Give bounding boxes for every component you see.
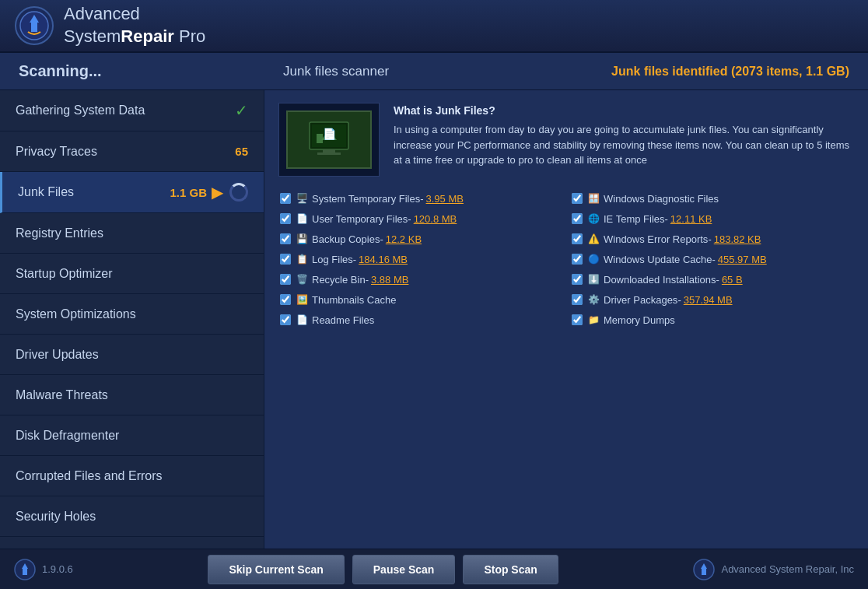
file-type-icon: 🌐 — [587, 212, 600, 225]
sidebar-item-driver[interactable]: Driver Updates — [0, 335, 264, 375]
sidebar-item-value-junk: 1.1 GB — [170, 186, 207, 199]
file-row: ⚠️Windows Error Reports - 183.82 KB — [570, 230, 854, 248]
file-size-label: 3.88 MB — [371, 274, 408, 286]
bottom-bar: 1.9.0.6 Skip Current Scan Pause Scan Sto… — [0, 549, 868, 589]
file-type-icon: 🔵 — [587, 253, 600, 265]
file-row: 💾Backup Copies - 12.2 KB — [278, 230, 562, 248]
sidebar-item-security[interactable]: Security Holes — [0, 496, 264, 537]
file-row: 🔵Windows Update Cache - 455.97 MB — [570, 250, 854, 268]
footer-right: Advanced System Repair, Inc — [693, 559, 854, 580]
file-name-label: Backup Copies — [312, 233, 380, 245]
file-name-label: IE Temp Files — [604, 213, 665, 225]
file-checkbox[interactable] — [280, 314, 291, 325]
file-type-icon: ⚙️ — [587, 293, 600, 306]
top-bar: Scanning... Junk files scanner Junk file… — [0, 53, 868, 90]
file-size-label: 357.94 MB — [684, 294, 733, 306]
main-layout: Gathering System Data✓Privacy Traces65Ju… — [0, 90, 868, 549]
file-checkbox[interactable] — [572, 233, 583, 244]
file-size-label: 12.2 KB — [386, 233, 422, 245]
svg-rect-9 — [317, 153, 341, 155]
sidebar-item-privacy[interactable]: Privacy Traces65 — [0, 131, 264, 172]
file-checkbox[interactable] — [280, 294, 291, 305]
sidebar-check-icon: ✓ — [235, 101, 248, 120]
file-checkbox[interactable] — [280, 254, 291, 265]
file-checkbox[interactable] — [572, 294, 583, 305]
file-name-label: Memory Dumps — [604, 314, 675, 326]
footer-right-logo-icon — [693, 559, 715, 580]
pause-scan-button[interactable]: Pause Scan — [352, 555, 456, 584]
sidebar-item-label-corrupted: Corrupted Files and Errors — [16, 469, 248, 483]
sidebar-item-label-malware: Malware Threats — [16, 388, 248, 402]
file-checkbox[interactable] — [572, 314, 583, 325]
sidebar-item-registry[interactable]: Registry Entries — [0, 213, 264, 254]
file-name-label: Downloaded Installations — [604, 274, 716, 286]
sidebar-item-corrupted[interactable]: Corrupted Files and Errors — [0, 456, 264, 496]
junk-illustration: 📄 — [278, 103, 380, 177]
svg-text:📄: 📄 — [323, 128, 337, 141]
file-row: 🗑️Recycle Bin - 3.88 MB — [278, 270, 562, 289]
description-title: What is Junk Files? — [394, 103, 854, 119]
file-type-icon: 📄 — [296, 314, 308, 326]
file-size-label: 455.97 MB — [718, 254, 767, 265]
file-checkbox[interactable] — [572, 254, 583, 265]
file-size-label: 184.16 MB — [359, 254, 408, 265]
stop-scan-button[interactable]: Stop Scan — [463, 555, 558, 584]
file-list-right: 🪟Windows Diagnostic Files🌐IE Temp Files … — [570, 189, 854, 329]
identified-label: Junk files identified (2073 items, 1.1 G… — [611, 65, 849, 79]
sidebar-item-junk[interactable]: Junk Files1.1 GB▶ — [0, 172, 264, 213]
file-row: 📄Readme Files — [278, 310, 562, 329]
file-checkbox[interactable] — [572, 213, 583, 224]
file-name-label: Thumbnails Cache — [312, 294, 396, 306]
sidebar-item-label-driver: Driver Updates — [16, 348, 248, 362]
file-type-icon: 🖼️ — [296, 293, 308, 306]
company-label: Advanced System Repair, Inc — [721, 563, 854, 575]
scanner-name: Junk files scanner — [283, 64, 611, 79]
content-top: 📄 What is Junk Files? In using a compute… — [278, 103, 854, 177]
file-name-label: Readme Files — [312, 314, 374, 326]
sidebar-item-label-registry: Registry Entries — [16, 226, 248, 240]
footer-left: 1.9.0.6 — [14, 559, 73, 580]
file-checkbox[interactable] — [280, 193, 291, 204]
svg-rect-3 — [31, 23, 37, 32]
file-grid: 🖥️System Temporary Files - 3.95 MB📄User … — [278, 189, 854, 329]
file-checkbox[interactable] — [280, 233, 291, 244]
file-type-icon: ⬇️ — [587, 273, 600, 286]
sidebar-item-label-privacy: Privacy Traces — [16, 145, 229, 159]
file-row: ⚙️Driver Packages - 357.94 MB — [570, 290, 854, 309]
file-type-icon: 📋 — [296, 253, 308, 265]
sidebar-item-label-sysopt: System Optimizations — [16, 307, 248, 321]
file-list-left: 🖥️System Temporary Files - 3.95 MB📄User … — [278, 189, 562, 329]
file-checkbox[interactable] — [280, 274, 291, 285]
sidebar-item-value-privacy: 65 — [235, 145, 248, 158]
description-text: In using a computer from day to day you … — [394, 122, 854, 168]
description-box: What is Junk Files? In using a computer … — [394, 103, 854, 168]
version-label: 1.9.0.6 — [42, 563, 73, 575]
svg-rect-12 — [23, 569, 27, 575]
file-name-label: Windows Update Cache — [604, 254, 712, 265]
sidebar-item-startup[interactable]: Startup Optimizer — [0, 254, 264, 294]
file-row: 🖼️Thumbnails Cache — [278, 290, 562, 309]
file-row: 📄User Temporary Files - 120.8 MB — [278, 209, 562, 228]
sidebar-item-label-startup: Startup Optimizer — [16, 267, 248, 281]
sidebar-item-malware[interactable]: Malware Threats — [0, 375, 264, 415]
file-name-label: System Temporary Files — [312, 193, 420, 205]
file-type-icon: 🪟 — [587, 192, 600, 205]
skip-scan-button[interactable]: Skip Current Scan — [208, 555, 344, 584]
content-panel: 📄 What is Junk Files? In using a compute… — [264, 90, 868, 549]
sidebar-item-sysopt[interactable]: System Optimizations — [0, 294, 264, 335]
file-size-label: 3.95 MB — [426, 193, 464, 205]
file-name-label: Windows Diagnostic Files — [604, 193, 719, 205]
sidebar-item-label-security: Security Holes — [16, 510, 248, 524]
file-checkbox[interactable] — [572, 274, 583, 285]
app-header: Advanced SystemRepair Pro — [0, 0, 868, 53]
file-name-label: Driver Packages — [604, 294, 677, 306]
file-checkbox[interactable] — [572, 193, 583, 204]
file-checkbox[interactable] — [280, 213, 291, 224]
sidebar-item-gathering[interactable]: Gathering System Data✓ — [0, 90, 264, 131]
app-logo — [14, 5, 54, 46]
sidebar-item-defrag[interactable]: Disk Defragmenter — [0, 415, 264, 456]
file-size-label: 12.11 KB — [670, 213, 712, 225]
file-row: 🌐IE Temp Files - 12.11 KB — [570, 209, 854, 228]
sidebar-item-label-junk: Junk Files — [18, 185, 163, 199]
file-type-icon: 🖥️ — [296, 192, 308, 205]
